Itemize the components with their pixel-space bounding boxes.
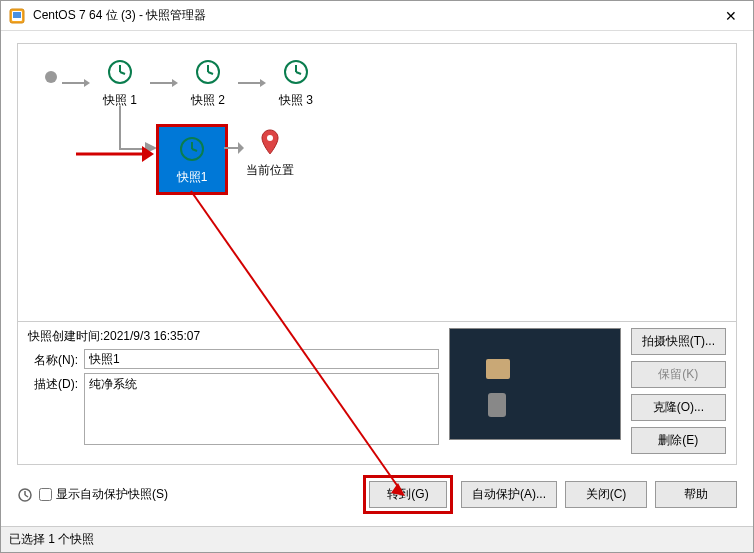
- name-field[interactable]: [84, 349, 439, 369]
- app-icon: [9, 8, 25, 24]
- delete-button[interactable]: 删除(E): [631, 427, 726, 454]
- content-area: 快照 1 快照 2 快照 3: [1, 31, 753, 526]
- close-button[interactable]: 关闭(C): [565, 481, 647, 508]
- current-location-node[interactable]: 当前位置: [240, 126, 300, 179]
- svg-line-22: [192, 149, 197, 151]
- svg-line-13: [208, 72, 213, 74]
- help-button[interactable]: 帮助: [655, 481, 737, 508]
- desc-label: 描述(D):: [28, 373, 84, 393]
- show-autoprotect-label: 显示自动保护快照(S): [56, 486, 168, 503]
- close-icon[interactable]: ✕: [717, 2, 745, 30]
- details-panel: 快照创建时间:2021/9/3 16:35:07 名称(N): 描述(D): 拍…: [17, 322, 737, 465]
- snapshot-node[interactable]: 快照 1: [90, 56, 150, 109]
- name-label: 名称(N):: [28, 349, 84, 369]
- current-location-label: 当前位置: [246, 162, 294, 179]
- snapshot-label: 快照 2: [191, 92, 225, 109]
- annotation-arrow: [76, 144, 154, 164]
- pin-icon: [254, 126, 286, 158]
- snapshot-tree: 快照 1 快照 2 快照 3: [17, 43, 737, 322]
- status-text: 已选择 1 个快照: [9, 532, 94, 546]
- arrow-icon: [150, 75, 178, 91]
- created-time: 快照创建时间:2021/9/3 16:35:07: [28, 328, 439, 345]
- snapshot-node-selected[interactable]: 快照1: [156, 124, 228, 195]
- svg-point-25: [267, 135, 273, 141]
- tree-connector: [119, 106, 121, 148]
- status-bar: 已选择 1 个快照: [1, 526, 753, 552]
- svg-line-32: [25, 495, 28, 497]
- snapshot-thumbnail: [449, 328, 621, 440]
- history-icon: [17, 487, 33, 503]
- window-title: CentOS 7 64 位 (3) - 快照管理器: [33, 7, 717, 24]
- take-snapshot-button[interactable]: 拍摄快照(T)...: [631, 328, 726, 355]
- show-autoprotect-checkbox[interactable]: [39, 488, 52, 501]
- title-bar: CentOS 7 64 位 (3) - 快照管理器 ✕: [1, 1, 753, 31]
- root-node-icon: [44, 70, 58, 84]
- snapshot-label: 快照 3: [279, 92, 313, 109]
- arrow-icon: [238, 75, 266, 91]
- autoprotect-button[interactable]: 自动保护(A)...: [461, 481, 557, 508]
- arrow-icon: [62, 75, 90, 91]
- clock-icon: [104, 56, 136, 88]
- svg-point-3: [45, 71, 57, 83]
- clock-icon: [192, 56, 224, 88]
- bottom-toolbar: 显示自动保护快照(S) 转到(G) 自动保护(A)... 关闭(C) 帮助: [17, 465, 737, 514]
- snapshot-label: 快照1: [177, 169, 208, 186]
- annotation-highlight: 转到(G): [363, 475, 453, 514]
- clock-icon: [280, 56, 312, 88]
- clone-button[interactable]: 克隆(O)...: [631, 394, 726, 421]
- clock-icon: [176, 133, 208, 165]
- keep-button[interactable]: 保留(K): [631, 361, 726, 388]
- svg-marker-27: [142, 146, 154, 162]
- goto-button[interactable]: 转到(G): [369, 481, 447, 508]
- svg-rect-2: [13, 12, 21, 18]
- svg-line-18: [296, 72, 301, 74]
- snapshot-node[interactable]: 快照 2: [178, 56, 238, 109]
- desc-field[interactable]: [84, 373, 439, 445]
- svg-line-8: [120, 72, 125, 74]
- snapshot-node[interactable]: 快照 3: [266, 56, 326, 109]
